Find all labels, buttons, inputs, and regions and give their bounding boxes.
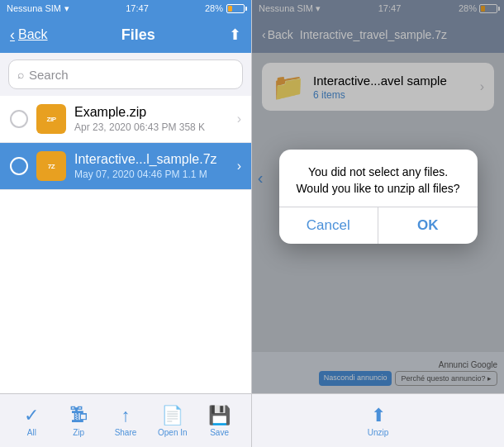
bottom-toolbar: ✓ All 🗜 Zip ↑ Share 📄 Open In 💾 Save [0, 393, 251, 447]
cancel-button[interactable]: Cancel [279, 207, 379, 244]
dialog-message: You did not select any files. Would you … [292, 164, 464, 197]
status-left: Nessuna SIM ▾ [7, 3, 69, 14]
search-icon: ⌕ [17, 68, 24, 81]
right-toolbar: ⬆ Unzip [252, 393, 504, 447]
dialog-buttons: Cancel OK [279, 207, 478, 244]
carrier-label: Nessuna SIM [7, 3, 61, 13]
open-in-button[interactable]: 📄 Open In [155, 405, 191, 437]
list-item[interactable]: 7Z Interactive...l_sample.7z May 07, 202… [0, 143, 251, 190]
ok-button[interactable]: OK [378, 207, 478, 244]
back-label: Back [18, 27, 48, 42]
search-bar: ⌕ Search [0, 53, 251, 96]
file-meta: May 07, 2020 04:46 PM 1.1 M [74, 169, 229, 180]
chevron-right-icon: › [237, 159, 241, 174]
save-button[interactable]: 💾 Save [202, 405, 238, 437]
share-icon: ↑ [121, 405, 130, 426]
zip-button[interactable]: 🗜 Zip [60, 405, 97, 437]
wifi-icon: ▾ [64, 3, 69, 14]
open-in-icon: 📄 [161, 405, 183, 426]
back-button[interactable]: ‹ Back [10, 26, 48, 44]
alert-dialog: You did not select any files. Would you … [279, 150, 478, 244]
export-icon[interactable]: ⬆ [229, 26, 241, 44]
all-button[interactable]: ✓ All [13, 405, 50, 437]
list-item[interactable]: ZIP Example.zip Apr 23, 2020 06:43 PM 35… [0, 96, 251, 143]
left-nav-bar: ‹ Back Files ⬆ [0, 17, 251, 53]
unzip-label: Unzip [368, 428, 389, 437]
dialog-body: You did not select any files. Would you … [279, 150, 478, 207]
radio-button[interactable] [10, 110, 28, 128]
open-in-label: Open In [158, 428, 188, 437]
nav-title: Files [121, 26, 155, 44]
all-label: All [27, 428, 36, 437]
search-placeholder: Search [29, 68, 69, 82]
share-button[interactable]: ↑ Share [107, 405, 144, 437]
chevron-right-icon: › [237, 112, 241, 126]
status-right: 28% [205, 3, 245, 13]
search-input[interactable]: ⌕ Search [8, 59, 243, 89]
radio-button[interactable] [10, 157, 28, 175]
battery-icon [226, 4, 245, 13]
battery-percent: 28% [205, 3, 223, 13]
save-label: Save [210, 428, 229, 437]
zip-icon: 🗜 [69, 405, 88, 426]
file-info: Interactive...l_sample.7z May 07, 2020 0… [74, 152, 229, 180]
zip-file-icon: ZIP [36, 104, 66, 134]
file-list: ZIP Example.zip Apr 23, 2020 06:43 PM 35… [0, 96, 251, 393]
share-label: Share [115, 428, 137, 437]
left-panel: Nessuna SIM ▾ 17:47 28% ‹ Back Files ⬆ ⌕… [0, 0, 252, 447]
file-meta: Apr 23, 2020 06:43 PM 358 K [74, 121, 229, 133]
zip-label: Zip [73, 428, 84, 437]
checkmark-icon: ✓ [24, 405, 39, 426]
unzip-button[interactable]: ⬆ Unzip [354, 405, 403, 437]
right-panel: Nessuna SIM ▾ 17:47 28% ‹ Back Interacti… [252, 0, 504, 447]
time-label: 17:47 [126, 3, 149, 13]
file-name: Interactive...l_sample.7z [74, 152, 229, 167]
dialog-overlay: You did not select any files. Would you … [252, 0, 504, 393]
file-name: Example.zip [74, 105, 229, 120]
unzip-icon: ⬆ [371, 405, 386, 426]
save-icon: 💾 [208, 405, 231, 426]
left-status-bar: Nessuna SIM ▾ 17:47 28% [0, 0, 251, 17]
file-info: Example.zip Apr 23, 2020 06:43 PM 358 K [74, 105, 229, 133]
7z-file-icon: 7Z [36, 151, 66, 181]
back-chevron-icon: ‹ [10, 26, 15, 44]
